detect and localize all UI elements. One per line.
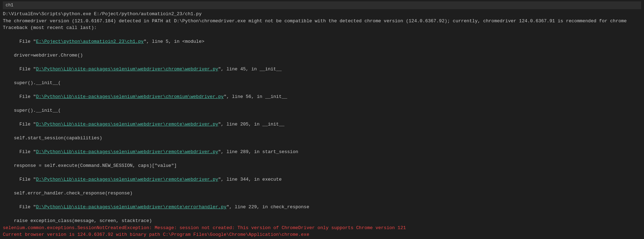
frame-5-prefix: File " <box>14 177 36 182</box>
frame-6-suffix: ", line 229, in check_response <box>226 204 309 210</box>
frame-3-file: File "D:\Python\Lib\site-packages\seleni… <box>3 114 641 135</box>
warning-line: The chromedriver version (121.0.6167.184… <box>3 18 641 25</box>
frame-1-suffix: ", line 45, in __init__ <box>218 66 282 72</box>
frame-3-link[interactable]: D:\Python\Lib\site-packages\selenium\web… <box>36 122 218 127</box>
frame-5-suffix: ", line 344, in execute <box>218 177 282 182</box>
frame-2-code: super().__init__( <box>3 107 641 114</box>
browser-version-line: Current browser version is 124.0.6367.92… <box>3 231 641 238</box>
frame-2-suffix: ", line 56, in __init__ <box>224 94 287 99</box>
frame-1-file: File "D:\Python\Lib\site-packages\seleni… <box>3 59 641 80</box>
frame-4-file: File "D:\Python\Lib\site-packages\seleni… <box>3 142 641 163</box>
frame-5-file: File "D:\Python\Lib\site-packages\seleni… <box>3 169 641 190</box>
frame-3-prefix: File " <box>14 122 36 127</box>
frame-0-suffix: ", line 5, in <module> <box>144 39 205 44</box>
frame-6-link[interactable]: D:\Python\Lib\site-packages\selenium\web… <box>36 204 226 210</box>
frame-4-suffix: ", line 289, in start_session <box>218 149 298 155</box>
frame-4-code: response = self.execute(Command.NEW_SESS… <box>3 162 641 169</box>
frame-1-prefix: File " <box>14 66 36 72</box>
frame-6-code: raise exception_class(message, screen, s… <box>3 217 641 225</box>
command-line: D:\VirtualEnv\Scripts\python.exe E:/Poje… <box>3 11 641 18</box>
frame-1-link[interactable]: D:\Python\Lib\site-packages\selenium\web… <box>36 66 218 72</box>
title-bar: ch1 <box>3 1 641 9</box>
frame-2-link[interactable]: D:\Python\Lib\site-packages\selenium\web… <box>36 94 224 99</box>
frame-1-code: super().__init__( <box>3 80 641 87</box>
terminal-window: ch1 D:\VirtualEnv\Scripts\python.exe E:/… <box>0 0 644 239</box>
frame-0-link[interactable]: E:\Poject\python\automatioin2_23\ch1.py <box>36 39 144 44</box>
exception-line: selenium.common.exceptions.SessionNotCre… <box>3 225 641 232</box>
frame-3-code: self.start_session(capabilities) <box>3 135 641 142</box>
traceback-header: Traceback (most recent call last): <box>3 24 641 31</box>
frame-5-code: self.error_handler.check_response(respon… <box>3 190 641 197</box>
frame-0-prefix: File " <box>14 39 36 44</box>
frame-4-prefix: File " <box>14 149 36 155</box>
frame-6-prefix: File " <box>14 204 36 210</box>
frame-2-prefix: File " <box>14 94 36 99</box>
frame-6-file: File "D:\Python\Lib\site-packages\seleni… <box>3 197 641 218</box>
frame-3-suffix: ", line 205, in __init__ <box>218 122 284 127</box>
frame-0-code: driver=webdriver.Chrome() <box>3 52 641 59</box>
frame-0-file: File "E:\Poject\python\automatioin2_23\c… <box>3 31 641 52</box>
title-text: ch1 <box>6 2 13 8</box>
frame-2-file: File "D:\Python\Lib\site-packages\seleni… <box>3 87 641 107</box>
frame-5-link[interactable]: D:\Python\Lib\site-packages\selenium\web… <box>36 177 218 182</box>
frame-4-link[interactable]: D:\Python\Lib\site-packages\selenium\web… <box>36 149 218 155</box>
